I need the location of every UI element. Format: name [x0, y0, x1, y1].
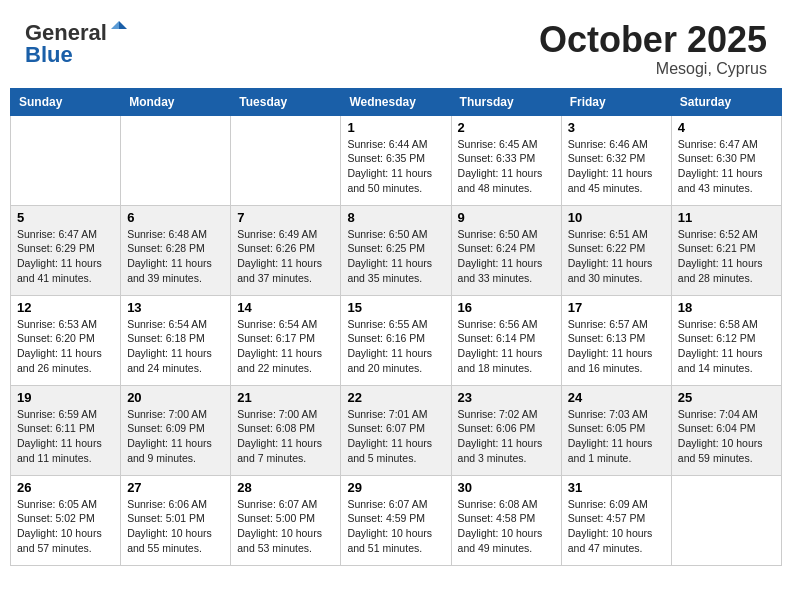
- calendar-cell: [231, 115, 341, 205]
- day-number: 4: [678, 120, 775, 135]
- day-number: 12: [17, 300, 114, 315]
- calendar-cell: 15Sunrise: 6:55 AM Sunset: 6:16 PM Dayli…: [341, 295, 451, 385]
- day-info: Sunrise: 6:50 AM Sunset: 6:25 PM Dayligh…: [347, 227, 444, 286]
- calendar-header: Sunday Monday Tuesday Wednesday Thursday…: [11, 88, 782, 115]
- col-thursday: Thursday: [451, 88, 561, 115]
- day-number: 11: [678, 210, 775, 225]
- day-info: Sunrise: 6:58 AM Sunset: 6:12 PM Dayligh…: [678, 317, 775, 376]
- calendar-cell: 27Sunrise: 6:06 AM Sunset: 5:01 PM Dayli…: [121, 475, 231, 565]
- day-number: 9: [458, 210, 555, 225]
- logo-icon: [109, 19, 129, 39]
- day-info: Sunrise: 6:07 AM Sunset: 4:59 PM Dayligh…: [347, 497, 444, 556]
- calendar-cell: 24Sunrise: 7:03 AM Sunset: 6:05 PM Dayli…: [561, 385, 671, 475]
- calendar-cell: [11, 115, 121, 205]
- day-info: Sunrise: 6:54 AM Sunset: 6:18 PM Dayligh…: [127, 317, 224, 376]
- day-info: Sunrise: 6:09 AM Sunset: 4:57 PM Dayligh…: [568, 497, 665, 556]
- day-number: 8: [347, 210, 444, 225]
- logo: General Blue: [25, 20, 129, 68]
- calendar-week-5: 26Sunrise: 6:05 AM Sunset: 5:02 PM Dayli…: [11, 475, 782, 565]
- col-saturday: Saturday: [671, 88, 781, 115]
- day-info: Sunrise: 7:01 AM Sunset: 6:07 PM Dayligh…: [347, 407, 444, 466]
- day-number: 15: [347, 300, 444, 315]
- day-number: 24: [568, 390, 665, 405]
- calendar-cell: 7Sunrise: 6:49 AM Sunset: 6:26 PM Daylig…: [231, 205, 341, 295]
- calendar-cell: 5Sunrise: 6:47 AM Sunset: 6:29 PM Daylig…: [11, 205, 121, 295]
- calendar-cell: 17Sunrise: 6:57 AM Sunset: 6:13 PM Dayli…: [561, 295, 671, 385]
- calendar-cell: 16Sunrise: 6:56 AM Sunset: 6:14 PM Dayli…: [451, 295, 561, 385]
- weekday-row: Sunday Monday Tuesday Wednesday Thursday…: [11, 88, 782, 115]
- day-info: Sunrise: 7:00 AM Sunset: 6:09 PM Dayligh…: [127, 407, 224, 466]
- day-info: Sunrise: 6:53 AM Sunset: 6:20 PM Dayligh…: [17, 317, 114, 376]
- day-info: Sunrise: 6:59 AM Sunset: 6:11 PM Dayligh…: [17, 407, 114, 466]
- day-number: 21: [237, 390, 334, 405]
- calendar-cell: 9Sunrise: 6:50 AM Sunset: 6:24 PM Daylig…: [451, 205, 561, 295]
- svg-marker-0: [119, 21, 127, 29]
- day-info: Sunrise: 7:02 AM Sunset: 6:06 PM Dayligh…: [458, 407, 555, 466]
- col-tuesday: Tuesday: [231, 88, 341, 115]
- calendar-cell: 4Sunrise: 6:47 AM Sunset: 6:30 PM Daylig…: [671, 115, 781, 205]
- month-title: October 2025 Mesogi, Cyprus: [539, 20, 767, 78]
- calendar-cell: 11Sunrise: 6:52 AM Sunset: 6:21 PM Dayli…: [671, 205, 781, 295]
- location: Mesogi, Cyprus: [539, 60, 767, 78]
- day-info: Sunrise: 7:04 AM Sunset: 6:04 PM Dayligh…: [678, 407, 775, 466]
- day-info: Sunrise: 6:56 AM Sunset: 6:14 PM Dayligh…: [458, 317, 555, 376]
- calendar-cell: [671, 475, 781, 565]
- day-number: 18: [678, 300, 775, 315]
- calendar-cell: 19Sunrise: 6:59 AM Sunset: 6:11 PM Dayli…: [11, 385, 121, 475]
- calendar-cell: 1Sunrise: 6:44 AM Sunset: 6:35 PM Daylig…: [341, 115, 451, 205]
- calendar-cell: 6Sunrise: 6:48 AM Sunset: 6:28 PM Daylig…: [121, 205, 231, 295]
- calendar-cell: 25Sunrise: 7:04 AM Sunset: 6:04 PM Dayli…: [671, 385, 781, 475]
- col-monday: Monday: [121, 88, 231, 115]
- calendar-week-1: 1Sunrise: 6:44 AM Sunset: 6:35 PM Daylig…: [11, 115, 782, 205]
- calendar-cell: 31Sunrise: 6:09 AM Sunset: 4:57 PM Dayli…: [561, 475, 671, 565]
- calendar-cell: 10Sunrise: 6:51 AM Sunset: 6:22 PM Dayli…: [561, 205, 671, 295]
- day-number: 19: [17, 390, 114, 405]
- day-number: 17: [568, 300, 665, 315]
- day-number: 5: [17, 210, 114, 225]
- calendar-cell: 2Sunrise: 6:45 AM Sunset: 6:33 PM Daylig…: [451, 115, 561, 205]
- day-info: Sunrise: 6:57 AM Sunset: 6:13 PM Dayligh…: [568, 317, 665, 376]
- day-number: 1: [347, 120, 444, 135]
- calendar-cell: 26Sunrise: 6:05 AM Sunset: 5:02 PM Dayli…: [11, 475, 121, 565]
- calendar-cell: 22Sunrise: 7:01 AM Sunset: 6:07 PM Dayli…: [341, 385, 451, 475]
- day-info: Sunrise: 6:54 AM Sunset: 6:17 PM Dayligh…: [237, 317, 334, 376]
- day-info: Sunrise: 6:47 AM Sunset: 6:30 PM Dayligh…: [678, 137, 775, 196]
- day-number: 29: [347, 480, 444, 495]
- month-year: October 2025: [539, 20, 767, 60]
- day-info: Sunrise: 6:08 AM Sunset: 4:58 PM Dayligh…: [458, 497, 555, 556]
- day-number: 6: [127, 210, 224, 225]
- calendar-cell: 8Sunrise: 6:50 AM Sunset: 6:25 PM Daylig…: [341, 205, 451, 295]
- day-info: Sunrise: 7:00 AM Sunset: 6:08 PM Dayligh…: [237, 407, 334, 466]
- day-info: Sunrise: 6:44 AM Sunset: 6:35 PM Dayligh…: [347, 137, 444, 196]
- day-info: Sunrise: 6:49 AM Sunset: 6:26 PM Dayligh…: [237, 227, 334, 286]
- calendar-cell: 20Sunrise: 7:00 AM Sunset: 6:09 PM Dayli…: [121, 385, 231, 475]
- calendar-cell: 13Sunrise: 6:54 AM Sunset: 6:18 PM Dayli…: [121, 295, 231, 385]
- calendar-cell: 21Sunrise: 7:00 AM Sunset: 6:08 PM Dayli…: [231, 385, 341, 475]
- day-info: Sunrise: 6:48 AM Sunset: 6:28 PM Dayligh…: [127, 227, 224, 286]
- svg-marker-1: [111, 21, 119, 29]
- calendar-cell: [121, 115, 231, 205]
- day-info: Sunrise: 6:51 AM Sunset: 6:22 PM Dayligh…: [568, 227, 665, 286]
- day-number: 10: [568, 210, 665, 225]
- calendar-cell: 23Sunrise: 7:02 AM Sunset: 6:06 PM Dayli…: [451, 385, 561, 475]
- day-number: 28: [237, 480, 334, 495]
- day-number: 22: [347, 390, 444, 405]
- day-number: 26: [17, 480, 114, 495]
- calendar-cell: 14Sunrise: 6:54 AM Sunset: 6:17 PM Dayli…: [231, 295, 341, 385]
- day-info: Sunrise: 7:03 AM Sunset: 6:05 PM Dayligh…: [568, 407, 665, 466]
- day-info: Sunrise: 6:06 AM Sunset: 5:01 PM Dayligh…: [127, 497, 224, 556]
- calendar-week-3: 12Sunrise: 6:53 AM Sunset: 6:20 PM Dayli…: [11, 295, 782, 385]
- calendar-table: Sunday Monday Tuesday Wednesday Thursday…: [10, 88, 782, 566]
- day-info: Sunrise: 6:45 AM Sunset: 6:33 PM Dayligh…: [458, 137, 555, 196]
- day-number: 23: [458, 390, 555, 405]
- day-info: Sunrise: 6:52 AM Sunset: 6:21 PM Dayligh…: [678, 227, 775, 286]
- col-friday: Friday: [561, 88, 671, 115]
- day-number: 25: [678, 390, 775, 405]
- day-info: Sunrise: 6:07 AM Sunset: 5:00 PM Dayligh…: [237, 497, 334, 556]
- day-number: 2: [458, 120, 555, 135]
- calendar-cell: 28Sunrise: 6:07 AM Sunset: 5:00 PM Dayli…: [231, 475, 341, 565]
- page-header: General Blue October 2025 Mesogi, Cyprus: [10, 10, 782, 83]
- calendar-week-4: 19Sunrise: 6:59 AM Sunset: 6:11 PM Dayli…: [11, 385, 782, 475]
- day-info: Sunrise: 6:55 AM Sunset: 6:16 PM Dayligh…: [347, 317, 444, 376]
- day-number: 3: [568, 120, 665, 135]
